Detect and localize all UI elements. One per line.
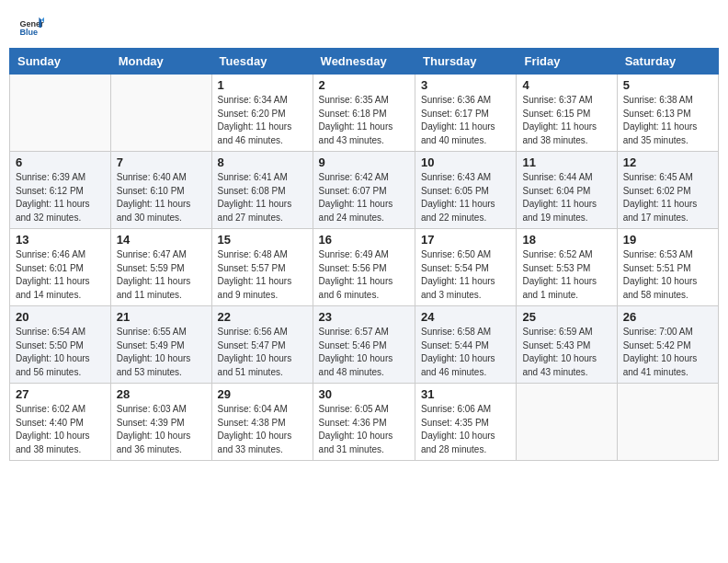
week-row-5: 27Sunrise: 6:02 AM Sunset: 4:40 PM Dayli… xyxy=(10,384,719,461)
calendar-cell: 30Sunrise: 6:05 AM Sunset: 4:36 PM Dayli… xyxy=(313,384,415,461)
week-row-1: 1Sunrise: 6:34 AM Sunset: 6:20 PM Daylig… xyxy=(10,75,719,152)
day-detail: Sunrise: 6:39 AM Sunset: 6:12 PM Dayligh… xyxy=(16,171,105,224)
calendar-cell xyxy=(617,384,718,461)
day-number: 19 xyxy=(623,233,712,247)
day-detail: Sunrise: 6:48 AM Sunset: 5:57 PM Dayligh… xyxy=(218,248,307,302)
day-number: 27 xyxy=(16,387,105,401)
day-detail: Sunrise: 6:50 AM Sunset: 5:54 PM Dayligh… xyxy=(421,248,510,302)
day-number: 25 xyxy=(522,310,610,324)
day-detail: Sunrise: 6:43 AM Sunset: 6:05 PM Dayligh… xyxy=(421,171,510,224)
day-number: 30 xyxy=(319,387,409,401)
day-number: 31 xyxy=(421,387,510,401)
day-number: 6 xyxy=(16,155,105,169)
calendar-cell: 8Sunrise: 6:41 AM Sunset: 6:08 PM Daylig… xyxy=(211,152,313,229)
calendar-cell: 6Sunrise: 6:39 AM Sunset: 6:12 PM Daylig… xyxy=(10,152,111,229)
calendar-cell xyxy=(110,75,211,152)
calendar-cell: 15Sunrise: 6:48 AM Sunset: 5:57 PM Dayli… xyxy=(211,229,313,306)
day-detail: Sunrise: 6:38 AM Sunset: 6:13 PM Dayligh… xyxy=(623,94,712,147)
page-header: General Blue xyxy=(0,0,728,48)
calendar-cell: 31Sunrise: 6:06 AM Sunset: 4:35 PM Dayli… xyxy=(415,384,517,461)
day-number: 21 xyxy=(117,310,206,324)
weekday-header-tuesday: Tuesday xyxy=(211,49,313,75)
calendar-cell: 11Sunrise: 6:44 AM Sunset: 6:04 PM Dayli… xyxy=(517,152,617,229)
day-number: 28 xyxy=(117,387,206,401)
calendar-cell: 17Sunrise: 6:50 AM Sunset: 5:54 PM Dayli… xyxy=(415,229,517,306)
day-number: 9 xyxy=(319,155,409,169)
calendar-cell: 25Sunrise: 6:59 AM Sunset: 5:43 PM Dayli… xyxy=(517,306,617,384)
day-number: 4 xyxy=(522,78,610,92)
calendar-cell: 13Sunrise: 6:46 AM Sunset: 6:01 PM Dayli… xyxy=(10,229,111,306)
day-detail: Sunrise: 6:55 AM Sunset: 5:49 PM Dayligh… xyxy=(117,326,206,379)
weekday-header-sunday: Sunday xyxy=(10,49,111,75)
day-number: 22 xyxy=(218,310,307,324)
day-detail: Sunrise: 6:56 AM Sunset: 5:47 PM Dayligh… xyxy=(218,326,307,379)
weekday-header-monday: Monday xyxy=(110,49,211,75)
calendar-cell: 22Sunrise: 6:56 AM Sunset: 5:47 PM Dayli… xyxy=(211,306,313,384)
day-number: 10 xyxy=(421,155,510,169)
day-detail: Sunrise: 6:34 AM Sunset: 6:20 PM Dayligh… xyxy=(218,94,307,147)
day-detail: Sunrise: 6:53 AM Sunset: 5:51 PM Dayligh… xyxy=(623,248,712,302)
day-number: 1 xyxy=(218,78,307,92)
day-number: 29 xyxy=(218,387,307,401)
day-detail: Sunrise: 6:41 AM Sunset: 6:08 PM Dayligh… xyxy=(218,171,307,224)
calendar-container: SundayMondayTuesdayWednesdayThursdayFrid… xyxy=(0,48,728,470)
day-number: 11 xyxy=(522,155,610,169)
day-number: 5 xyxy=(623,78,712,92)
calendar-cell: 18Sunrise: 6:52 AM Sunset: 5:53 PM Dayli… xyxy=(517,229,617,306)
weekday-header-thursday: Thursday xyxy=(415,49,517,75)
logo-icon: General Blue xyxy=(18,15,44,40)
day-number: 20 xyxy=(16,310,105,324)
day-number: 12 xyxy=(623,155,712,169)
logo: General Blue xyxy=(18,15,44,40)
calendar-table: SundayMondayTuesdayWednesdayThursdayFrid… xyxy=(9,48,719,461)
calendar-cell: 28Sunrise: 6:03 AM Sunset: 4:39 PM Dayli… xyxy=(110,384,211,461)
week-row-2: 6Sunrise: 6:39 AM Sunset: 6:12 PM Daylig… xyxy=(10,152,719,229)
calendar-cell: 2Sunrise: 6:35 AM Sunset: 6:18 PM Daylig… xyxy=(313,75,415,152)
calendar-cell: 21Sunrise: 6:55 AM Sunset: 5:49 PM Dayli… xyxy=(110,306,211,384)
day-number: 15 xyxy=(218,233,307,247)
day-detail: Sunrise: 6:42 AM Sunset: 6:07 PM Dayligh… xyxy=(319,171,409,224)
calendar-cell: 20Sunrise: 6:54 AM Sunset: 5:50 PM Dayli… xyxy=(10,306,111,384)
day-detail: Sunrise: 6:54 AM Sunset: 5:50 PM Dayligh… xyxy=(16,326,105,379)
day-detail: Sunrise: 6:45 AM Sunset: 6:02 PM Dayligh… xyxy=(623,171,712,224)
day-detail: Sunrise: 6:58 AM Sunset: 5:44 PM Dayligh… xyxy=(421,326,510,379)
day-number: 26 xyxy=(623,310,712,324)
calendar-cell: 3Sunrise: 6:36 AM Sunset: 6:17 PM Daylig… xyxy=(415,75,517,152)
day-detail: Sunrise: 6:05 AM Sunset: 4:36 PM Dayligh… xyxy=(319,403,409,456)
day-number: 24 xyxy=(421,310,510,324)
weekday-header-wednesday: Wednesday xyxy=(313,49,415,75)
calendar-cell: 27Sunrise: 6:02 AM Sunset: 4:40 PM Dayli… xyxy=(10,384,111,461)
day-detail: Sunrise: 6:04 AM Sunset: 4:38 PM Dayligh… xyxy=(218,403,307,456)
day-number: 7 xyxy=(117,155,206,169)
day-detail: Sunrise: 6:36 AM Sunset: 6:17 PM Dayligh… xyxy=(421,94,510,147)
svg-text:Blue: Blue xyxy=(19,28,38,37)
day-detail: Sunrise: 6:03 AM Sunset: 4:39 PM Dayligh… xyxy=(117,403,206,456)
day-detail: Sunrise: 6:49 AM Sunset: 5:56 PM Dayligh… xyxy=(319,248,409,302)
calendar-cell: 24Sunrise: 6:58 AM Sunset: 5:44 PM Dayli… xyxy=(415,306,517,384)
day-detail: Sunrise: 6:59 AM Sunset: 5:43 PM Dayligh… xyxy=(522,326,610,379)
day-detail: Sunrise: 6:46 AM Sunset: 6:01 PM Dayligh… xyxy=(16,248,105,302)
weekday-header-saturday: Saturday xyxy=(617,49,718,75)
weekday-header-row: SundayMondayTuesdayWednesdayThursdayFrid… xyxy=(10,49,719,75)
day-number: 18 xyxy=(522,233,610,247)
calendar-cell: 19Sunrise: 6:53 AM Sunset: 5:51 PM Dayli… xyxy=(617,229,718,306)
calendar-cell: 29Sunrise: 6:04 AM Sunset: 4:38 PM Dayli… xyxy=(211,384,313,461)
day-number: 14 xyxy=(117,233,206,247)
day-detail: Sunrise: 6:52 AM Sunset: 5:53 PM Dayligh… xyxy=(522,248,610,302)
day-number: 13 xyxy=(16,233,105,247)
day-number: 8 xyxy=(218,155,307,169)
day-detail: Sunrise: 6:37 AM Sunset: 6:15 PM Dayligh… xyxy=(522,94,610,147)
day-detail: Sunrise: 6:57 AM Sunset: 5:46 PM Dayligh… xyxy=(319,326,409,379)
calendar-cell: 5Sunrise: 6:38 AM Sunset: 6:13 PM Daylig… xyxy=(617,75,718,152)
calendar-cell: 26Sunrise: 7:00 AM Sunset: 5:42 PM Dayli… xyxy=(617,306,718,384)
week-row-4: 20Sunrise: 6:54 AM Sunset: 5:50 PM Dayli… xyxy=(10,306,719,384)
calendar-cell: 10Sunrise: 6:43 AM Sunset: 6:05 PM Dayli… xyxy=(415,152,517,229)
day-number: 3 xyxy=(421,78,510,92)
calendar-cell: 12Sunrise: 6:45 AM Sunset: 6:02 PM Dayli… xyxy=(617,152,718,229)
day-number: 2 xyxy=(319,78,409,92)
calendar-cell: 4Sunrise: 6:37 AM Sunset: 6:15 PM Daylig… xyxy=(517,75,617,152)
day-detail: Sunrise: 6:06 AM Sunset: 4:35 PM Dayligh… xyxy=(421,403,510,456)
day-detail: Sunrise: 6:44 AM Sunset: 6:04 PM Dayligh… xyxy=(522,171,610,224)
calendar-cell xyxy=(517,384,617,461)
day-detail: Sunrise: 6:35 AM Sunset: 6:18 PM Dayligh… xyxy=(319,94,409,147)
